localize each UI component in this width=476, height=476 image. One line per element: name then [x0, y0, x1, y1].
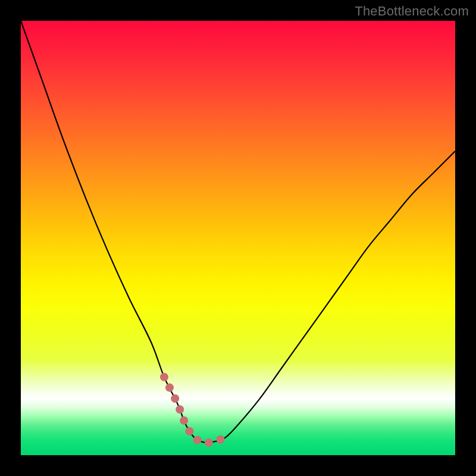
chart-frame: TheBottleneck.com [0, 0, 476, 476]
minimum-highlight [164, 377, 225, 443]
chart-svg [21, 21, 455, 455]
bottleneck-curve [21, 21, 455, 443]
watermark-text: TheBottleneck.com [355, 4, 469, 19]
plot-area [21, 21, 455, 455]
